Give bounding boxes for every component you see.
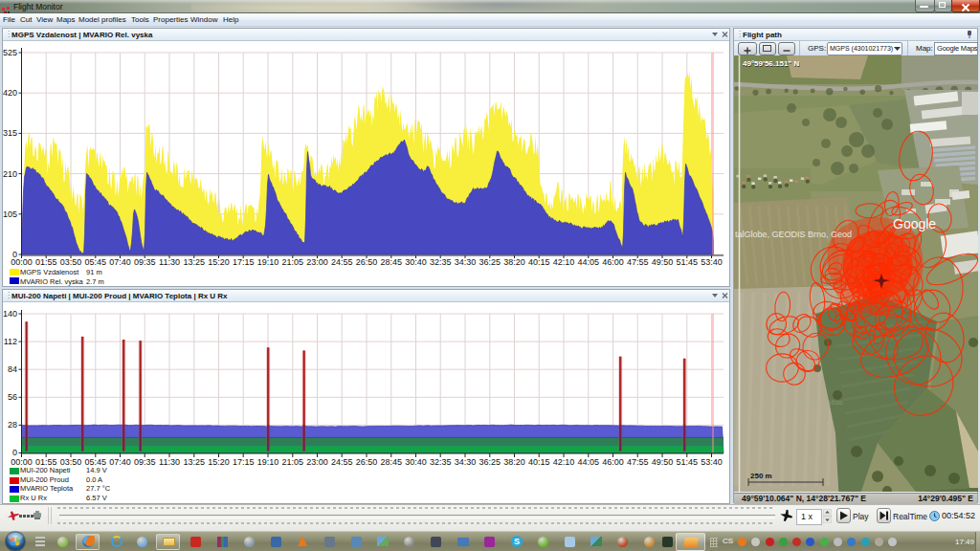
svg-text:46:00: 46:00 <box>602 457 624 467</box>
svg-text:46:00: 46:00 <box>602 257 624 267</box>
svg-text:44:05: 44:05 <box>578 257 600 267</box>
svg-text:00:00: 00:00 <box>11 257 33 267</box>
svg-text:15:20: 15:20 <box>208 257 230 267</box>
svg-text:140: 140 <box>3 309 17 319</box>
svg-text:28:45: 28:45 <box>381 257 403 267</box>
svg-text:525: 525 <box>3 48 17 57</box>
svg-text:112: 112 <box>4 337 17 346</box>
svg-text:19:10: 19:10 <box>257 257 279 267</box>
svg-text:11:30: 11:30 <box>159 457 180 467</box>
svg-text:47:55: 47:55 <box>627 457 649 467</box>
svg-text:21:05: 21:05 <box>282 457 304 467</box>
svg-text:53:40: 53:40 <box>701 257 723 267</box>
svg-text:26:50: 26:50 <box>356 457 378 467</box>
svg-text:40:15: 40:15 <box>528 257 550 267</box>
svg-text:30:40: 30:40 <box>405 457 427 467</box>
svg-text:250 m: 250 m <box>750 472 772 480</box>
svg-text:03:50: 03:50 <box>60 257 82 267</box>
svg-text:11:30: 11:30 <box>159 257 180 267</box>
svg-text:13:25: 13:25 <box>184 257 206 267</box>
svg-text:42:10: 42:10 <box>553 257 575 267</box>
svg-text:talGlobe, GEODIS Brno, Geod: talGlobe, GEODIS Brno, Geod <box>735 230 852 239</box>
svg-text:17:15: 17:15 <box>233 257 255 267</box>
svg-text:23:00: 23:00 <box>306 457 328 467</box>
svg-text:01:55: 01:55 <box>35 257 57 267</box>
svg-text:28:45: 28:45 <box>381 457 403 467</box>
svg-text:315: 315 <box>3 128 17 138</box>
svg-text:32:35: 32:35 <box>430 457 452 467</box>
svg-text:44:05: 44:05 <box>578 457 600 467</box>
svg-text:30:40: 30:40 <box>405 257 427 267</box>
svg-text:53:40: 53:40 <box>701 457 723 467</box>
svg-text:19:10: 19:10 <box>257 457 279 467</box>
svg-text:17:15: 17:15 <box>233 457 255 467</box>
svg-text:42:10: 42:10 <box>553 457 575 467</box>
svg-text:24:55: 24:55 <box>331 457 353 467</box>
svg-text:49:50: 49:50 <box>652 257 674 267</box>
svg-text:51:45: 51:45 <box>677 257 699 267</box>
svg-text:26:50: 26:50 <box>356 257 378 267</box>
svg-text:84: 84 <box>8 364 17 374</box>
svg-text:36:25: 36:25 <box>479 257 501 267</box>
svg-text:Google: Google <box>893 216 936 231</box>
svg-text:09:35: 09:35 <box>134 457 156 467</box>
svg-text:07:40: 07:40 <box>109 457 131 467</box>
svg-text:40:15: 40:15 <box>528 457 550 467</box>
svg-text:23:00: 23:00 <box>306 257 328 267</box>
svg-text:05:45: 05:45 <box>85 257 107 267</box>
svg-text:07:40: 07:40 <box>109 257 131 267</box>
svg-text:32:35: 32:35 <box>430 257 452 267</box>
svg-text:34:30: 34:30 <box>455 257 477 267</box>
svg-text:0: 0 <box>12 448 17 457</box>
svg-text:38:20: 38:20 <box>503 257 525 267</box>
svg-text:13:25: 13:25 <box>184 457 206 467</box>
svg-text:47:55: 47:55 <box>627 257 649 267</box>
svg-text:36:25: 36:25 <box>479 457 501 467</box>
svg-text:28: 28 <box>8 420 17 430</box>
svg-text:2009 Tele Atlas: 2009 Tele Atlas <box>791 398 843 407</box>
svg-text:38:20: 38:20 <box>503 457 525 467</box>
svg-text:15:20: 15:20 <box>208 457 230 467</box>
svg-text:51:45: 51:45 <box>677 457 699 467</box>
svg-text:09:35: 09:35 <box>134 257 156 267</box>
svg-text:49°59'56.151" N: 49°59'56.151" N <box>743 59 799 68</box>
svg-text:210: 210 <box>3 169 17 179</box>
svg-text:24:55: 24:55 <box>331 257 353 267</box>
svg-text:21:05: 21:05 <box>282 257 304 267</box>
svg-text:49:50: 49:50 <box>652 457 674 467</box>
svg-text:34:30: 34:30 <box>455 457 477 467</box>
svg-text:56: 56 <box>8 392 17 402</box>
svg-text:105: 105 <box>3 209 17 219</box>
svg-text:420: 420 <box>3 88 17 98</box>
